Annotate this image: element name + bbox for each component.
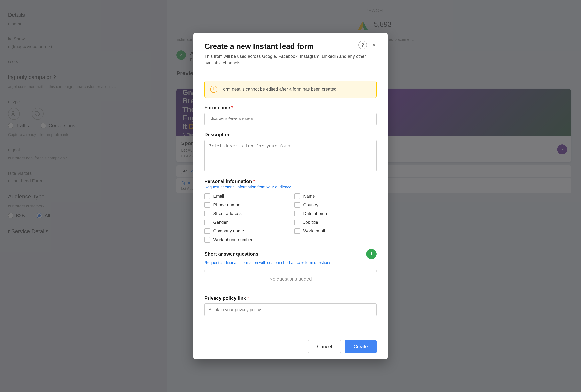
required-star-privacy: * (247, 296, 249, 301)
street-label: Street address (213, 211, 242, 216)
help-icon[interactable]: ? (358, 41, 367, 49)
short-answer-title: Short answer questions (204, 251, 258, 257)
company-checkbox[interactable] (204, 228, 210, 234)
privacy-policy-field: Privacy policy link * (204, 296, 376, 316)
work-email-label: Work email (303, 229, 325, 234)
checkbox-street[interactable]: Street address (204, 211, 286, 216)
short-answer-sub: Request additional information with cust… (204, 260, 376, 265)
form-name-label: Form name * (204, 105, 376, 110)
form-name-input[interactable] (204, 113, 376, 125)
phone-label: Phone number (213, 202, 242, 208)
modal-footer: Cancel Create (193, 334, 388, 360)
checkbox-work-email[interactable]: Work email (294, 228, 376, 234)
dob-checkbox[interactable] (294, 211, 300, 216)
info-banner-text: Form details cannot be edited after a fo… (220, 87, 336, 92)
close-button[interactable]: × (370, 41, 378, 49)
checkbox-gender[interactable]: Gender (204, 220, 286, 225)
job-checkbox[interactable] (294, 220, 300, 225)
info-banner: i Form details cannot be edited after a … (204, 81, 376, 98)
short-answer-section: Short answer questions + Request additio… (204, 249, 376, 289)
info-icon: i (210, 86, 217, 93)
form-name-field: Form name * (204, 105, 376, 125)
personal-info-sub: Request personal information from your a… (204, 185, 376, 189)
create-lead-form-modal: Create a new Instant lead form This from… (193, 33, 388, 360)
name-label: Name (303, 194, 315, 199)
checkbox-work-phone[interactable]: Work phone number (204, 237, 286, 243)
checkbox-job[interactable]: Job title (294, 220, 376, 225)
country-label: Country (303, 202, 318, 208)
email-label: Email (213, 194, 224, 199)
required-star-name: * (231, 105, 233, 110)
checkbox-phone[interactable]: Phone number (204, 202, 286, 208)
work-phone-checkbox[interactable] (204, 237, 210, 243)
cancel-button[interactable]: Cancel (308, 340, 341, 353)
description-field: Description (204, 132, 376, 172)
checkbox-dob[interactable]: Date of birth (294, 211, 376, 216)
email-checkbox[interactable] (204, 193, 210, 199)
create-button[interactable]: Create (345, 340, 376, 353)
checkbox-country[interactable]: Country (294, 202, 376, 208)
checkbox-company[interactable]: Company name (204, 228, 286, 234)
privacy-policy-label: Privacy policy link * (204, 296, 376, 301)
gender-checkbox[interactable] (204, 220, 210, 225)
company-label: Company name (213, 229, 244, 234)
modal-body: i Form details cannot be edited after a … (193, 73, 388, 334)
street-checkbox[interactable] (204, 211, 210, 216)
country-checkbox[interactable] (294, 202, 300, 208)
no-questions-text: No questions added (204, 269, 376, 289)
modal-title: Create a new Instant lead form (204, 42, 376, 51)
privacy-policy-input[interactable] (204, 303, 376, 316)
personal-info-section: Personal information * Request personal … (204, 179, 376, 243)
description-label: Description (204, 132, 376, 137)
work-phone-label: Work phone number (213, 237, 253, 242)
job-label: Job title (303, 220, 318, 225)
gender-label: Gender (213, 220, 228, 225)
add-question-button[interactable]: + (366, 249, 376, 259)
required-star-personal: * (253, 179, 255, 184)
checkbox-email[interactable]: Email (204, 193, 286, 199)
personal-info-checkboxes: Email Name Phone number Co (204, 193, 376, 243)
dob-label: Date of birth (303, 211, 327, 216)
work-email-checkbox[interactable] (294, 228, 300, 234)
modal-header: Create a new Instant lead form This from… (193, 33, 388, 73)
plus-icon: + (370, 250, 374, 258)
modal-overlay: Create a new Instant lead form This from… (0, 0, 581, 392)
name-checkbox[interactable] (294, 193, 300, 199)
description-input[interactable] (204, 140, 376, 171)
checkbox-name[interactable]: Name (294, 193, 376, 199)
phone-checkbox[interactable] (204, 202, 210, 208)
short-answer-header: Short answer questions + (204, 249, 376, 259)
personal-info-label: Personal information * (204, 179, 376, 184)
modal-subtitle: This from will be used across Google, Fa… (204, 53, 376, 66)
